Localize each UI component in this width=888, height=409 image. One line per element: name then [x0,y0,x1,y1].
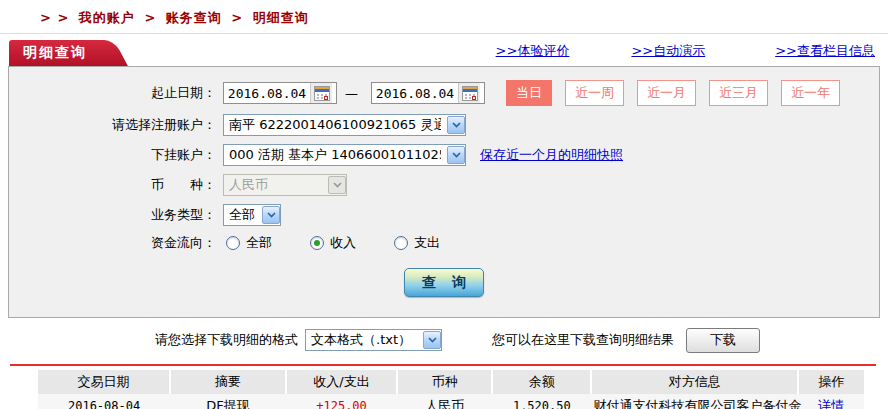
col-header-action: 操作 [798,370,864,394]
cell-counterparty: 财付通支付科技有限公司客户备付金 [591,394,798,409]
breadcrumb-item-detail-query[interactable]: 明细查询 [253,10,309,25]
breadcrumb-separator: > [231,10,243,25]
quick-range-week-button[interactable]: 近一周 [565,80,624,106]
detail-link[interactable]: 详情 [818,398,844,409]
chevron-down-icon [423,331,441,349]
registered-account-value: 南平 6222001406100921065 灵通卡 [229,116,441,134]
fund-flow-label: 资金流向： [9,234,216,252]
chevron-down-icon [328,176,346,194]
business-type-label: 业务类型： [9,206,216,224]
download-format-value: 文本格式（.txt） [311,331,417,349]
col-header-summary: 摘要 [170,370,286,394]
registered-account-row: 请选择注册账户： 南平 6222001406100921065 灵通卡 [9,114,879,136]
radio-checked-icon[interactable] [310,236,324,250]
date-range-separator: — [345,86,358,101]
radio-unchecked-icon[interactable] [394,236,408,250]
sub-account-value: 000 活期 基本户 1406600101102571848 [229,146,441,164]
breadcrumb-separator: > [144,10,156,25]
business-type-row: 业务类型： 全部 [9,204,879,226]
table-top-divider [10,364,876,366]
date-range-label: 起止日期： [9,84,216,102]
query-form-panel: 起止日期： — [8,66,880,318]
col-header-amount: 收入/支出 [286,370,398,394]
transaction-table: 交易日期 摘要 收入/支出 币种 余额 对方信息 操作 2016-08-04 D… [38,370,864,409]
col-header-date: 交易日期 [38,370,170,394]
radio-unchecked-icon[interactable] [226,236,240,250]
top-links: >>体验评价 >>自动演示 >>查看栏目信息 [496,42,879,66]
end-date-box [371,82,485,104]
link-experience-rating[interactable]: >>体验评价 [496,42,570,60]
currency-value: 人民币 [229,176,322,194]
breadcrumb-arrows: > > [40,10,69,25]
breadcrumb-item-my-account[interactable]: 我的账户 [79,10,135,25]
table-header-row: 交易日期 摘要 收入/支出 币种 余额 对方信息 操作 [38,370,864,394]
query-button[interactable]: 查 询 [404,268,484,297]
fund-flow-income-option[interactable]: 收入 [310,234,356,252]
query-button-row: 查 询 [9,268,879,297]
currency-row: 币 种： 人民币 [9,174,879,196]
col-header-counterparty: 对方信息 [591,370,798,394]
tab-detail-query: 明细查询 [9,40,105,66]
end-date-input[interactable] [372,86,458,101]
registered-account-select[interactable]: 南平 6222001406100921065 灵通卡 [223,114,466,136]
col-header-balance: 余额 [492,370,591,394]
start-date-input[interactable] [224,86,310,101]
download-button[interactable]: 下载 [686,328,760,353]
cell-balance: 1,520.50 [492,394,591,409]
quick-range-month-button[interactable]: 近一月 [637,80,696,106]
chevron-down-icon [447,116,465,134]
cell-summary: DF提现 [170,394,286,409]
table-row: 2016-08-04 DF提现 +125.00 人民币 1,520.50 财付通… [38,394,864,409]
business-type-select[interactable]: 全部 [223,204,281,226]
sub-account-label: 下挂账户： [9,146,216,164]
cell-date: 2016-08-04 [38,394,170,409]
quick-range-year-button[interactable]: 近一年 [781,80,840,106]
fund-flow-expense-option[interactable]: 支出 [394,234,440,252]
fund-flow-income-label: 收入 [330,234,356,252]
quick-range-buttons: 当日 近一周 近一月 近三月 近一年 [493,80,840,106]
start-date-box [223,82,337,104]
currency-label: 币 种： [9,176,216,194]
download-row: 请您选择下载明细的格式 文本格式（.txt） 您可以在这里下载查询明细结果 下载 [155,326,880,354]
col-header-currency: 币种 [397,370,492,394]
chevron-down-icon [447,146,465,164]
cell-amount: +125.00 [286,394,398,409]
breadcrumb: > > 我的账户 > 账务查询 > 明细查询 [0,0,888,34]
fund-flow-all-option[interactable]: 全部 [226,234,272,252]
download-format-label: 请您选择下载明细的格式 [155,331,298,349]
quick-range-3months-button[interactable]: 近三月 [709,80,768,106]
link-view-column-info[interactable]: >>查看栏目信息 [775,42,875,60]
registered-account-label: 请选择注册账户： [9,116,216,134]
tab-row: 明细查询 >>体验评价 >>自动演示 >>查看栏目信息 [9,40,879,66]
fund-flow-radio-group: 全部 收入 支出 [226,234,478,252]
quick-range-today-button[interactable]: 当日 [506,80,552,106]
fund-flow-row: 资金流向： 全部 收入 支出 [9,234,879,252]
link-auto-demo[interactable]: >>自动演示 [631,42,705,60]
download-hint: 您可以在这里下载查询明细结果 [492,331,674,349]
save-monthly-snapshot-link[interactable]: 保存近一个月的明细快照 [480,146,623,164]
fund-flow-all-label: 全部 [246,234,272,252]
download-format-select[interactable]: 文本格式（.txt） [305,329,442,351]
fund-flow-expense-label: 支出 [414,234,440,252]
date-range-row: 起止日期： — [9,80,879,106]
cell-currency: 人民币 [397,394,492,409]
sub-account-select[interactable]: 000 活期 基本户 1406600101102571848 [223,144,466,166]
business-type-value: 全部 [229,206,256,224]
start-date-calendar-icon[interactable] [310,83,332,103]
breadcrumb-item-account-query[interactable]: 账务查询 [166,10,222,25]
currency-select-disabled: 人民币 [223,174,347,196]
end-date-calendar-icon[interactable] [458,83,480,103]
sub-account-row: 下挂账户： 000 活期 基本户 1406600101102571848 保存近… [9,144,879,166]
chevron-down-icon [262,206,280,224]
